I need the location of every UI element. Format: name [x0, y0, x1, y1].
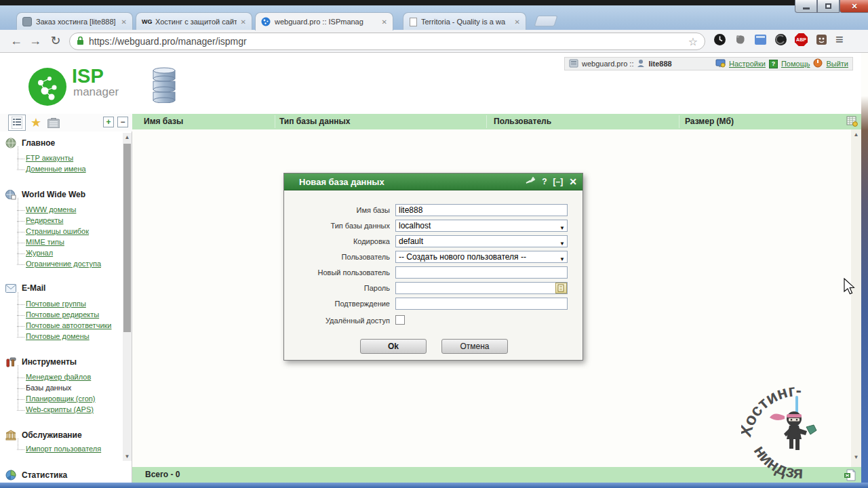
- dialog-close-icon[interactable]: ✕: [569, 174, 577, 190]
- sidebar-item-mail-autoresponders[interactable]: Почтовые автоответчики: [26, 321, 111, 329]
- dropdown-arrow-icon: ▼: [559, 254, 565, 265]
- tab-ispmanager[interactable]: webguard.pro :: ISPmanag ✕: [255, 12, 393, 30]
- help-link[interactable]: Помощь: [781, 60, 810, 68]
- sidebar-section-statistics[interactable]: Статистика: [5, 470, 67, 481]
- scroll-up-icon[interactable]: ▲: [851, 131, 861, 138]
- tab-close-icon[interactable]: ✕: [382, 18, 387, 26]
- collapse-all-button[interactable]: −: [117, 117, 128, 127]
- forward-button[interactable]: →: [27, 32, 43, 49]
- sidebar-item-error-pages[interactable]: Страницы ошибок: [26, 227, 89, 235]
- mouse-cursor: [844, 278, 855, 298]
- adblock-plus-icon[interactable]: ABP: [795, 33, 808, 46]
- briefcase-icon: [47, 118, 60, 128]
- sidebar-section-email[interactable]: E-Mail: [5, 283, 45, 293]
- sidebar-item-cron[interactable]: Планировщик (cron): [26, 394, 96, 403]
- sidebar-item-log[interactable]: Журнал: [26, 249, 53, 257]
- sidebar-item-file-manager[interactable]: Менеджер файлов: [26, 373, 91, 381]
- password-input[interactable]: [395, 282, 568, 294]
- logout-link[interactable]: Выйти: [826, 60, 848, 68]
- cancel-button[interactable]: Отмена: [441, 339, 508, 354]
- tab-close-icon[interactable]: ✕: [121, 18, 127, 26]
- ok-button[interactable]: Ok: [360, 339, 427, 354]
- menu-list-tab[interactable]: [8, 115, 26, 131]
- clock-extension-icon[interactable]: [713, 33, 726, 46]
- dropdown-arrow-icon: ▼: [559, 223, 565, 234]
- db-type-select[interactable]: localhost ▼: [395, 220, 568, 232]
- column-separator: [679, 115, 679, 128]
- sidebar-item-import-user[interactable]: Импорт пользователя: [26, 445, 101, 453]
- sidebar-scrollbar[interactable]: ▲ ▼: [123, 133, 132, 461]
- scrollbar-thumb[interactable]: [123, 144, 131, 332]
- sidebar-item-databases[interactable]: Базы данных: [26, 384, 71, 392]
- column-db-name[interactable]: Имя базы: [144, 117, 183, 126]
- total-count: Всего - 0: [145, 470, 180, 479]
- confirm-password-input[interactable]: [395, 298, 568, 310]
- tab-close-icon[interactable]: ✕: [515, 18, 520, 26]
- address-bar[interactable]: https://webguard.pro/manager/ispmgr ☆: [69, 33, 705, 50]
- sidebar-item-web-scripts[interactable]: Web-скрипты (APS): [26, 405, 94, 413]
- maximize-button[interactable]: [817, 0, 840, 13]
- column-size[interactable]: Размер (Мб): [685, 117, 734, 126]
- selected-value: -- Создать нового пользователя --: [399, 252, 526, 262]
- section-title: Главное: [22, 138, 55, 148]
- db-type-label: Тип базы данных: [288, 222, 390, 230]
- tab-territoria[interactable]: Territoria - Quality is a wa ✕: [403, 12, 526, 30]
- dialog-rollup-icon[interactable]: [–]: [553, 174, 564, 190]
- chrome-menu-icon[interactable]: ≡: [835, 33, 844, 46]
- section-title: E-Mail: [22, 283, 45, 293]
- face-extension-icon[interactable]: [815, 33, 828, 46]
- section-title: Обслуживание: [22, 430, 82, 440]
- sidebar-section-main[interactable]: Главное: [5, 138, 55, 148]
- db-name-input[interactable]: [395, 204, 568, 216]
- tab-webguard-site[interactable]: WG Хостинг с защитой сайто ✕: [136, 12, 252, 30]
- settings-link[interactable]: Настройки: [729, 60, 766, 68]
- sidebar-item-mail-groups[interactable]: Почтовые группы: [26, 300, 86, 308]
- selected-value: default: [399, 237, 423, 246]
- pin-icon[interactable]: [526, 174, 536, 190]
- window-controls: ✕: [795, 0, 868, 13]
- expand-all-button[interactable]: +: [103, 117, 114, 127]
- scroll-down-icon[interactable]: ▼: [123, 453, 132, 460]
- sidebar-item-access-restriction[interactable]: Ограничение доступа: [26, 260, 101, 268]
- archive-tab[interactable]: [45, 115, 62, 131]
- minimize-button[interactable]: [795, 0, 817, 13]
- settings-icon: [715, 59, 726, 69]
- evernote-extension-icon[interactable]: [734, 33, 747, 46]
- generate-password-button[interactable]: [555, 283, 567, 293]
- encoding-select[interactable]: default ▼: [395, 235, 568, 247]
- sidebar-item-mime-types[interactable]: MIME типы: [26, 238, 64, 246]
- dialog-help-icon[interactable]: ?: [542, 174, 547, 190]
- back-button[interactable]: ←: [8, 32, 24, 49]
- sidebar-item-domain-names[interactable]: Доменные имена: [26, 165, 86, 173]
- column-settings-icon[interactable]: [846, 116, 858, 129]
- sidebar-section-tools[interactable]: Инструменты: [5, 357, 77, 367]
- dialog-body: Имя базы Тип базы данных localhost ▼ Код…: [284, 190, 583, 361]
- reload-button[interactable]: ↻: [47, 32, 64, 49]
- new-tab-button[interactable]: [534, 16, 557, 26]
- section-title: Статистика: [22, 470, 67, 480]
- column-db-type[interactable]: Тип базы данных: [279, 117, 350, 126]
- tab-order-hosting[interactable]: Заказ хостинга [lite888] у ✕: [16, 12, 133, 30]
- close-window-button[interactable]: ✕: [840, 0, 868, 13]
- window-extension-icon[interactable]: [754, 33, 767, 46]
- db-user-select[interactable]: -- Создать нового пользователя -- ▼: [395, 251, 568, 263]
- favorites-tab[interactable]: ★: [27, 115, 45, 131]
- sidebar-section-service[interactable]: Обслуживание: [5, 430, 82, 441]
- sidebar-item-www-domains[interactable]: WWW домены: [26, 205, 76, 214]
- scroll-up-icon[interactable]: ▲: [123, 134, 132, 140]
- sidebar-item-mail-domains[interactable]: Почтовые домены: [26, 332, 90, 340]
- column-user[interactable]: Пользователь: [494, 117, 551, 126]
- hosting-icon: [22, 17, 32, 26]
- abp-label: ABP: [796, 37, 806, 42]
- dialog-titlebar[interactable]: Новая база данных ? [–] ✕: [284, 174, 583, 190]
- dark-circle-extension-icon[interactable]: [774, 33, 787, 46]
- tab-close-icon[interactable]: ✕: [241, 18, 246, 26]
- pie-chart-icon: [5, 470, 16, 481]
- sidebar-item-ftp-accounts[interactable]: FTP аккаунты: [26, 154, 73, 162]
- bookmark-star-icon[interactable]: ☆: [688, 35, 698, 48]
- sidebar-item-redirects[interactable]: Редиректы: [26, 216, 63, 224]
- logo-sub-text: manager: [73, 85, 119, 99]
- remote-access-checkbox[interactable]: [395, 315, 405, 325]
- sidebar-item-mail-redirects[interactable]: Почтовые редиректы: [26, 310, 99, 319]
- new-user-input[interactable]: [395, 266, 568, 279]
